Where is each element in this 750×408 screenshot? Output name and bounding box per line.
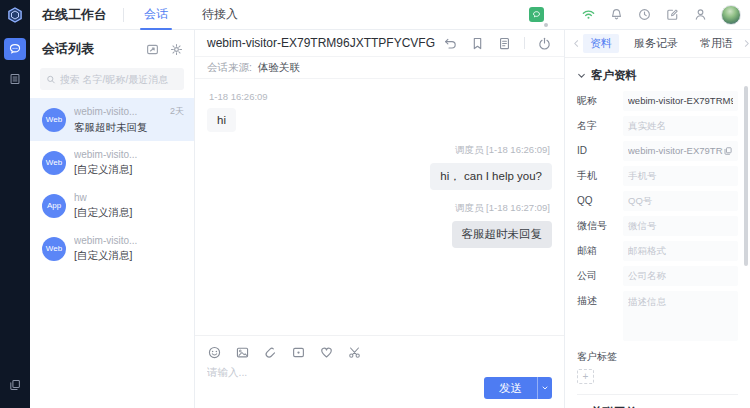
conversation-list-actions bbox=[145, 42, 184, 57]
paperclip-icon[interactable] bbox=[263, 345, 278, 360]
rail-item-records[interactable] bbox=[4, 68, 26, 90]
tab-service-records[interactable]: 服务记录 bbox=[627, 34, 685, 53]
field-label: 手机 bbox=[577, 166, 623, 186]
divider bbox=[123, 8, 124, 22]
description-field[interactable]: 描述信息 bbox=[623, 291, 738, 341]
agent-message: hi， can I help you? bbox=[430, 163, 552, 190]
screenshot-icon[interactable] bbox=[291, 345, 306, 360]
quick-reply-icon[interactable] bbox=[145, 42, 160, 57]
composer: 发送 bbox=[195, 335, 564, 408]
field-row: 手机 手机号 bbox=[577, 166, 738, 186]
conversation-item[interactable]: App hw [自定义消息] bbox=[30, 184, 194, 227]
chat-header: webim-visitor-EX79TRM96JXTTPFYCVFG bbox=[195, 30, 564, 57]
conversation-item[interactable]: Web webim-visito... [自定义消息] bbox=[30, 141, 194, 184]
tab-pending[interactable]: 待接入 bbox=[198, 0, 242, 30]
top-bar-actions bbox=[529, 5, 750, 25]
app-window: 在线工作台 会话 待接入 bbox=[0, 0, 750, 408]
bookmark-icon[interactable] bbox=[470, 36, 485, 51]
phone-field[interactable]: 手机号 bbox=[623, 166, 738, 186]
send-button-group: 发送 bbox=[484, 377, 552, 399]
field-label: 描述 bbox=[577, 291, 623, 341]
message-input[interactable] bbox=[207, 366, 449, 378]
bell-icon[interactable] bbox=[609, 7, 624, 22]
compose-icon[interactable] bbox=[665, 7, 680, 22]
online-status-icon[interactable] bbox=[529, 7, 544, 22]
emoji-icon[interactable] bbox=[207, 345, 222, 360]
copy-stack-icon bbox=[8, 378, 22, 392]
tab-quick-phrases[interactable]: 常用语 bbox=[693, 34, 740, 53]
agent-message-meta: 调度员 [1-18 16:26:09] bbox=[455, 144, 550, 157]
chevron-down-icon bbox=[577, 71, 586, 80]
user-avatar[interactable] bbox=[721, 5, 741, 25]
tabs-scroll-left[interactable] bbox=[570, 39, 583, 48]
settings-gear-icon[interactable] bbox=[169, 42, 184, 57]
message-timestamp: 1-18 16:26:09 bbox=[209, 91, 552, 102]
message-list: 1-18 16:26:09 hi 调度员 [1-18 16:26:09] hi，… bbox=[195, 79, 564, 335]
rail-item-chat[interactable] bbox=[4, 38, 26, 60]
transfer-icon[interactable] bbox=[443, 36, 458, 51]
conversation-list-panel: 会话列表 bbox=[30, 30, 195, 408]
conversation-title: hw bbox=[74, 192, 87, 203]
send-button[interactable]: 发送 bbox=[484, 377, 537, 399]
conversation-title: webim-visito... bbox=[74, 149, 137, 160]
info-tabs: 资料 服务记录 常用语 bbox=[565, 30, 750, 58]
copy-icon[interactable] bbox=[723, 146, 733, 156]
left-rail bbox=[0, 30, 30, 408]
source-value: 体验关联 bbox=[258, 61, 300, 75]
id-field: webim-visitor-EX79TRM96J bbox=[623, 141, 738, 161]
customer-profile-section-header[interactable]: 客户资料 bbox=[577, 68, 738, 83]
conversation-item[interactable]: Web webim-visito... [自定义消息] bbox=[30, 227, 194, 270]
conversation-item[interactable]: Web webim-visito... 2天 客服超时未回复 bbox=[30, 98, 194, 141]
source-label: 会话来源: bbox=[207, 61, 252, 75]
company-field[interactable]: 公司名称 bbox=[623, 266, 738, 286]
app-logo[interactable] bbox=[0, 0, 30, 30]
document-icon bbox=[8, 72, 22, 86]
favorite-icon[interactable] bbox=[319, 345, 334, 360]
email-field[interactable]: 邮箱格式 bbox=[623, 241, 738, 261]
divider bbox=[577, 394, 738, 395]
qq-field[interactable]: QQ号 bbox=[623, 191, 738, 211]
customer-info-panel: 资料 服务记录 常用语 客户资料 昵称 webim-visitor-EX79TR… bbox=[565, 30, 750, 408]
field-row: 公司 公司名称 bbox=[577, 266, 738, 286]
chat-header-actions bbox=[443, 36, 552, 51]
conversation-time: 2天 bbox=[170, 105, 184, 118]
field-label: 微信号 bbox=[577, 216, 623, 236]
avatar: Web bbox=[42, 108, 66, 132]
avatar: Web bbox=[42, 237, 66, 261]
name-field[interactable]: 真实姓名 bbox=[623, 116, 738, 136]
customer-tags-label: 客户标签 bbox=[577, 350, 738, 364]
divider bbox=[524, 37, 525, 49]
power-icon[interactable] bbox=[537, 36, 552, 51]
clock-icon[interactable] bbox=[637, 7, 652, 22]
wifi-icon[interactable] bbox=[581, 7, 596, 22]
scissors-icon[interactable] bbox=[347, 345, 362, 360]
send-options-button[interactable] bbox=[537, 377, 552, 399]
top-bar: 在线工作台 会话 待接入 bbox=[0, 0, 750, 30]
conversation-title: webim-visito... bbox=[74, 235, 137, 246]
conversation-search[interactable] bbox=[40, 68, 184, 90]
chat-visitor-title: webim-visitor-EX79TRM96JXTTPFYCVFG bbox=[207, 36, 435, 50]
tabs-scroll-right[interactable] bbox=[740, 39, 750, 48]
notes-icon[interactable] bbox=[497, 36, 512, 51]
agent-icon[interactable] bbox=[693, 7, 708, 22]
wechat-field[interactable]: 微信号 bbox=[623, 216, 738, 236]
app-title: 在线工作台 bbox=[42, 6, 107, 24]
visitor-message: hi bbox=[207, 108, 236, 132]
nickname-field[interactable]: webim-visitor-EX79TRM96JX1 bbox=[623, 91, 738, 111]
image-icon[interactable] bbox=[235, 345, 250, 360]
field-label: QQ bbox=[577, 191, 623, 211]
rail-item-apps[interactable] bbox=[4, 374, 26, 396]
tab-sessions[interactable]: 会话 bbox=[140, 0, 172, 30]
tab-profile[interactable]: 资料 bbox=[583, 34, 619, 53]
field-row: ID webim-visitor-EX79TRM96J bbox=[577, 141, 738, 161]
search-input[interactable] bbox=[60, 74, 178, 85]
conversation-preview: [自定义消息] bbox=[74, 206, 184, 220]
add-tag-button[interactable]: + bbox=[577, 369, 594, 384]
workspace-tabs: 会话 待接入 bbox=[140, 0, 268, 30]
conversation-preview: 客服超时未回复 bbox=[74, 121, 184, 135]
field-label: ID bbox=[577, 141, 623, 161]
status-dot bbox=[544, 23, 548, 27]
customer-info-body: 客户资料 昵称 webim-visitor-EX79TRM96JX1 名字 真实… bbox=[565, 58, 750, 408]
scrollbar-thumb[interactable] bbox=[744, 86, 748, 266]
chevron-left-icon bbox=[572, 39, 581, 48]
